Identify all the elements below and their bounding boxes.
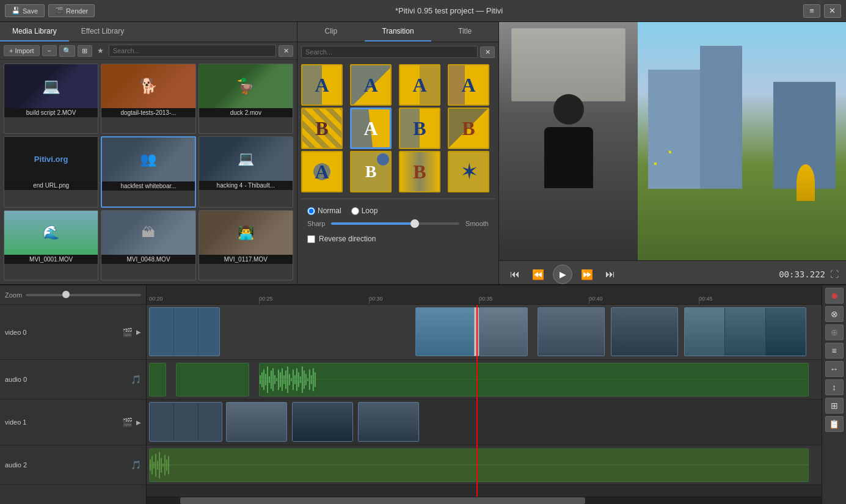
rewind-button[interactable]: ⏪ — [528, 268, 548, 282]
snap-button[interactable]: ⊞ — [825, 398, 844, 414]
play-icon: ▶ — [560, 269, 566, 279]
video1-clip1[interactable] — [149, 402, 222, 442]
timeline-scrollbar[interactable] — [147, 497, 822, 504]
video0-clip6[interactable] — [684, 307, 806, 356]
video1-clip2[interactable] — [226, 402, 287, 442]
label-mvi0001: MVI_0001.MOV — [4, 255, 98, 264]
video1-clip4[interactable] — [358, 402, 419, 442]
remove-button[interactable]: − — [42, 45, 57, 56]
paste-button[interactable]: 📋 — [825, 416, 844, 432]
thumb-duck — [199, 64, 293, 108]
video1-clip3[interactable] — [292, 402, 353, 442]
zoom-thumb[interactable] — [62, 291, 70, 298]
media-item-mvi0048[interactable]: MVI_0048.MOV — [101, 210, 195, 280]
disable-button[interactable]: ⊗ — [825, 306, 844, 322]
track-menu-button[interactable]: ≡ — [825, 343, 844, 359]
preview-left — [499, 22, 638, 260]
playhead[interactable] — [476, 305, 478, 497]
zoom-slider[interactable] — [26, 294, 141, 296]
tab-effect-library[interactable]: Effect Library — [69, 22, 136, 42]
add-track-button[interactable]: ⊕ — [825, 324, 844, 340]
tab-title[interactable]: Title — [431, 22, 498, 42]
audio0-clip1[interactable] — [149, 363, 166, 396]
transition-item-1[interactable]: A — [301, 64, 343, 106]
fast-forward-button[interactable]: ⏩ — [577, 268, 597, 282]
ripple-button[interactable]: ↔ — [825, 361, 844, 377]
video0-clip3[interactable] — [479, 307, 528, 356]
transition-item-6[interactable]: A — [350, 108, 392, 149]
transition-item-12[interactable]: ✶ — [448, 151, 489, 192]
reverse-direction-checkbox[interactable] — [307, 235, 315, 243]
transition-item-10[interactable]: B — [350, 151, 392, 192]
transition-item-2[interactable]: A — [350, 64, 392, 106]
fullscreen-button[interactable]: ⛶ — [830, 269, 839, 279]
normal-radio-label[interactable]: Normal — [307, 206, 341, 215]
record-button[interactable]: ⏺ — [825, 288, 844, 304]
sharpness-slider-track[interactable] — [331, 222, 459, 225]
sharpness-slider-thumb[interactable] — [410, 219, 419, 228]
clear-search-button[interactable]: ✕ — [279, 45, 293, 57]
render-button[interactable]: 🎬 Render — [48, 4, 95, 17]
video0-expand[interactable]: ▶ — [136, 329, 141, 335]
media-item-hackfest[interactable]: hackfest whiteboar... — [101, 136, 195, 208]
transition-item-5[interactable]: B — [301, 108, 343, 149]
tab-clip[interactable]: Clip — [297, 22, 365, 42]
video0-clip2[interactable] — [415, 307, 476, 356]
loop-radio[interactable] — [351, 207, 359, 215]
sharpness-slider-row: Sharp Smooth — [307, 220, 489, 227]
media-item-dogtail[interactable]: dogtail-tests-2013-... — [101, 64, 195, 134]
play-button[interactable]: ▶ — [553, 265, 572, 284]
media-item-mvi0001[interactable]: MVI_0001.MOV — [4, 210, 98, 280]
track-audio2 — [147, 445, 822, 485]
audio2-icon: 🎵 — [131, 460, 141, 470]
clear-transition-search[interactable]: ✕ — [480, 46, 495, 58]
track-name-video1: video 1 — [5, 418, 119, 426]
ruler-mark-35: 00:35 — [479, 296, 493, 302]
transition-item-11[interactable]: B — [399, 151, 440, 192]
thumb-hackfest — [102, 137, 194, 181]
timeline-track-headers: Zoom video 0 🎬 ▶ audio 0 🎵 video 1 🎬 ▶ a… — [0, 285, 147, 504]
media-item-duck[interactable]: duck 2.mov — [199, 64, 293, 134]
scrollbar-thumb[interactable] — [180, 497, 585, 504]
details-button[interactable]: 🔍 — [59, 45, 75, 57]
tab-transition[interactable]: Transition — [365, 22, 432, 42]
filter-star: ★ — [95, 46, 106, 55]
track-audio0: // Draw waveform bars — [147, 360, 822, 400]
media-item-end-url[interactable]: Pitivi.org end URL.png — [4, 136, 98, 208]
media-search-input[interactable] — [109, 45, 276, 57]
audio2-clip1[interactable] — [149, 448, 809, 482]
media-item-mvi0117[interactable]: MVI_0117.MOV — [199, 210, 293, 280]
resize-button[interactable]: ↕ — [825, 379, 844, 395]
media-item-build-script[interactable]: build script 2.MOV — [4, 64, 98, 134]
normal-radio[interactable] — [307, 207, 315, 215]
audio0-clip3[interactable]: // Draw waveform bars — [259, 363, 809, 396]
sharpness-slider-fill — [331, 222, 414, 225]
thumb-dogtail — [101, 64, 195, 108]
transition-item-7[interactable]: B — [399, 108, 440, 149]
video0-clip1[interactable] — [149, 307, 220, 356]
svg-rect-42 — [162, 464, 164, 467]
video1-expand[interactable]: ▶ — [136, 419, 141, 426]
transition-item-8[interactable]: B — [448, 108, 489, 149]
svg-rect-38 — [155, 454, 156, 477]
skip-forward-button[interactable]: ⏭ — [602, 268, 619, 281]
thumb-build-script — [4, 64, 98, 108]
transition-item-9[interactable]: A — [301, 151, 343, 192]
transition-item-3[interactable]: A — [399, 64, 440, 106]
close-button[interactable]: ✕ — [824, 4, 841, 18]
main-content: Media Library Effect Library + Import − … — [0, 22, 846, 284]
loop-radio-label[interactable]: Loop — [351, 206, 378, 215]
video0-clip4[interactable] — [538, 307, 605, 356]
grid-view-button[interactable]: ⊞ — [78, 45, 92, 57]
media-item-hacking[interactable]: hacking 4 - Thibault... — [199, 136, 293, 208]
transition-search-input[interactable] — [301, 46, 478, 58]
save-button[interactable]: 💾 Save — [5, 4, 45, 17]
tab-media-library[interactable]: Media Library — [0, 22, 69, 42]
video0-clip5[interactable] — [611, 307, 678, 356]
audio0-clip2[interactable] — [176, 363, 249, 396]
thumb-mvi0001 — [4, 211, 98, 255]
transition-item-4[interactable]: A — [448, 64, 489, 106]
menu-button[interactable]: ≡ — [803, 4, 820, 18]
skip-back-button[interactable]: ⏮ — [506, 268, 523, 281]
import-button[interactable]: + Import — [4, 45, 40, 56]
